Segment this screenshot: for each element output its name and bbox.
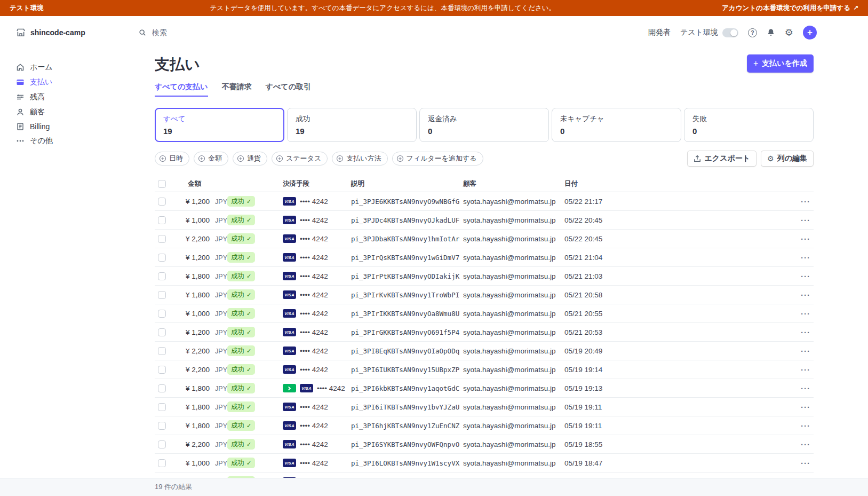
col-header-amount[interactable]: 金額 — [181, 179, 227, 188]
col-header-description[interactable]: 説明 — [351, 179, 463, 188]
row-checkbox[interactable] — [158, 403, 166, 411]
sidebar-item-more[interactable]: その他 — [0, 133, 144, 148]
col-header-customer[interactable]: 顧客 — [463, 179, 564, 188]
status-card-refunded[interactable]: 返金済み 0 — [419, 108, 549, 142]
row-actions-button[interactable] — [794, 328, 814, 337]
row-actions-button[interactable] — [794, 216, 814, 225]
col-header-date[interactable]: 日付 — [564, 179, 794, 188]
table-row[interactable]: ¥ 1,800 JPY 成功 VISA •••• 4242 pi_3PIrPtK… — [155, 267, 814, 286]
sidebar-item-home[interactable]: ホーム — [0, 60, 144, 75]
export-button[interactable]: エクスポート — [687, 151, 756, 167]
row-actions-button[interactable] — [794, 403, 814, 412]
row-checkbox[interactable] — [158, 384, 166, 392]
visa-icon: VISA — [283, 197, 296, 206]
filter-chip-amount[interactable]: 金額 — [194, 152, 228, 166]
sidebar-item-customers[interactable]: 顧客 — [0, 105, 144, 120]
status-card-uncaptured[interactable]: 未キャプチャ 0 — [552, 108, 681, 142]
row-checkbox[interactable] — [158, 310, 166, 318]
row-checkbox[interactable] — [158, 440, 166, 448]
table-row[interactable]: ¥ 2,200 JPY 成功 VISA •••• 4242 pi_3PJDbaK… — [155, 230, 814, 248]
row-actions-button[interactable] — [794, 309, 814, 318]
row-checkbox[interactable] — [158, 422, 166, 430]
filter-chip-add-filter[interactable]: フィルターを追加する — [392, 152, 483, 166]
sidebar-item-balance[interactable]: 残高 — [0, 90, 144, 105]
filter-chip-status[interactable]: ステータス — [272, 152, 328, 166]
test-mode-toggle[interactable] — [722, 28, 738, 37]
status-card-failed[interactable]: 失敗 0 — [684, 108, 814, 142]
table-row[interactable]: ¥ 1,800 JPY 成功 VISA •••• 4242 pi_3PI6kbK… — [155, 379, 814, 398]
table-row[interactable]: ¥ 1,800 JPY 成功 VISA •••• 4242 pi_3PIrKvK… — [155, 286, 814, 304]
row-checkbox[interactable] — [158, 291, 166, 299]
notifications-bell-icon[interactable] — [767, 28, 775, 37]
create-plus-icon[interactable] — [803, 26, 817, 40]
payment-currency: JPY — [215, 385, 227, 392]
table-row[interactable]: ¥ 1,800 JPY 成功 VISA •••• 4242 pi_3PI6hjK… — [155, 416, 814, 435]
row-checkbox[interactable] — [158, 254, 166, 262]
table-row[interactable]: ¥ 2,200 JPY 成功 VISA •••• 4242 pi_3PI8EqK… — [155, 342, 814, 360]
table-row[interactable]: ¥ 1,200 JPY 成功 VISA •••• 4242 pi_3PIrQsK… — [155, 248, 814, 267]
row-checkbox[interactable] — [158, 347, 166, 355]
row-checkbox[interactable] — [158, 216, 166, 224]
filter-chip-date[interactable]: 日時 — [155, 152, 189, 166]
row-actions-button[interactable] — [794, 197, 814, 206]
activate-account-link[interactable]: アカウントの本番環境での利用を申請する — [722, 4, 858, 13]
row-checkbox[interactable] — [158, 328, 166, 336]
row-checkbox[interactable] — [158, 235, 166, 243]
payment-amount: ¥ 1,000 — [181, 216, 210, 224]
status-card-all[interactable]: すべて 19 — [155, 108, 284, 142]
table-row[interactable]: ¥ 2,200 JPY 成功 VISA •••• 4242 pi_3PI6IUK… — [155, 360, 814, 379]
sidebar-item-payments[interactable]: 支払い — [0, 75, 144, 90]
filter-chip-payment-method[interactable]: 支払い方法 — [332, 152, 387, 166]
row-actions-button[interactable] — [794, 347, 814, 356]
payment-amount: ¥ 1,000 — [181, 310, 210, 318]
table-row[interactable]: ¥ 1,800 JPY 成功 VISA •••• 4242 pi_3PI6iTK… — [155, 398, 814, 416]
row-actions-button[interactable] — [794, 459, 814, 468]
payment-date: 05/21 21:04 — [564, 254, 794, 262]
row-actions-button[interactable] — [794, 384, 814, 393]
row-actions-button[interactable] — [794, 253, 814, 262]
row-actions-button[interactable] — [794, 365, 814, 374]
status-card-succeeded[interactable]: 成功 19 — [287, 108, 417, 142]
tab-all-payments[interactable]: すべての支払い — [155, 82, 208, 97]
visa-icon: VISA — [300, 384, 313, 392]
settings-gear-icon[interactable] — [785, 28, 793, 37]
status-label: 成功 — [231, 272, 244, 281]
select-all-checkbox[interactable] — [158, 180, 166, 188]
check-icon — [246, 384, 251, 392]
row-checkbox[interactable] — [158, 366, 166, 374]
help-icon[interactable] — [748, 28, 757, 37]
row-actions-button[interactable] — [794, 290, 814, 300]
table-row[interactable]: ¥ 1,000 JPY 成功 VISA •••• 4242 pi_3PJDc4K… — [155, 211, 814, 230]
table-row[interactable]: ¥ 1,200 JPY 成功 VISA •••• 4242 pi_3PIrGKK… — [155, 323, 814, 342]
account-switcher[interactable]: shincode-camp — [0, 28, 139, 37]
global-search[interactable] — [139, 28, 309, 37]
tab-all-transactions[interactable]: すべての取引 — [266, 82, 311, 97]
table-row[interactable]: ¥ 1,000 JPY 成功 VISA •••• 4242 pi_3PI6LOK… — [155, 454, 814, 473]
table-row[interactable]: ¥ 1,200 JPY 成功 VISA •••• 4242 pi_3PJE6KK… — [155, 192, 814, 211]
create-payment-button[interactable]: 支払いを作成 — [747, 54, 814, 73]
row-actions-button[interactable] — [794, 272, 814, 281]
table-row[interactable]: ¥ 2,200 JPY 成功 VISA •••• 4242 pi_3PI6SYK… — [155, 435, 814, 454]
sidebar-item-billing[interactable]: Billing — [0, 120, 144, 133]
row-checkbox[interactable] — [158, 272, 166, 280]
row-checkbox[interactable] — [158, 459, 166, 467]
payment-id: pi_3PIrQsKBTsAN9nvy1wGiDmV7 — [351, 254, 463, 262]
search-input[interactable] — [151, 28, 279, 37]
ellipsis-icon — [801, 290, 810, 300]
row-checkbox[interactable] — [158, 198, 166, 206]
edit-columns-button[interactable]: 列の編集 — [761, 151, 814, 167]
status-card-label: 返金済み — [428, 114, 540, 124]
row-actions-button[interactable] — [794, 440, 814, 449]
card-last4: •••• 4242 — [317, 384, 345, 392]
status-label: 成功 — [231, 216, 244, 225]
table-row[interactable]: ¥ 1,000 JPY 成功 VISA •••• 4242 pi_3PIrIKK… — [155, 304, 814, 323]
status-badge: 成功 — [227, 401, 255, 412]
developers-link[interactable]: 開発者 — [648, 28, 671, 37]
row-actions-button[interactable] — [794, 234, 814, 243]
col-header-payment-method[interactable]: 決済手段 — [283, 179, 351, 188]
ellipsis-icon — [801, 197, 810, 206]
tab-disputes[interactable]: 不審請求 — [222, 82, 252, 97]
ellipsis-icon — [801, 216, 810, 225]
row-actions-button[interactable] — [794, 421, 814, 430]
filter-chip-currency[interactable]: 通貨 — [233, 152, 267, 166]
